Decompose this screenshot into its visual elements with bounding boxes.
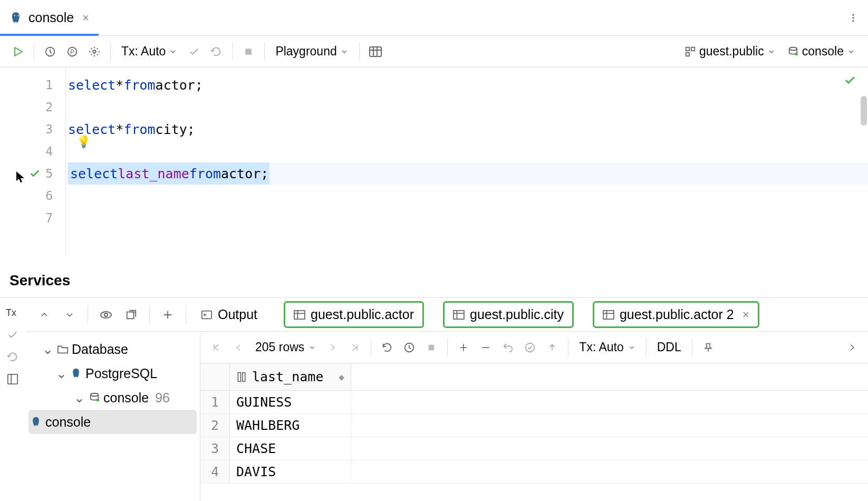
rownum-header (200, 363, 230, 390)
sort-icon[interactable]: ◆ (339, 371, 344, 382)
editor-tab-bar: console × (0, 0, 868, 36)
data-toolbar: 205 rows T (200, 332, 868, 363)
tree-node-postgres[interactable]: ⌄ PostgreSQL (25, 361, 200, 386)
row-count-select[interactable]: 205 rows (250, 340, 321, 354)
ddl-button[interactable]: DDL (652, 340, 687, 354)
settings-button[interactable] (84, 41, 105, 62)
history-button[interactable] (40, 41, 61, 62)
commit-rail-button[interactable] (3, 325, 22, 344)
playground-select[interactable]: Playground (270, 41, 353, 62)
chevron-down-icon (169, 47, 177, 56)
run-gutter-icon[interactable] (29, 168, 41, 179)
result-tab-city[interactable]: guest.public.city (443, 301, 574, 328)
add-row-button[interactable] (453, 337, 474, 358)
svg-point-17 (789, 47, 797, 50)
open-new-tab-button[interactable]: + (121, 304, 142, 325)
table-row[interactable]: 4 DAVIS (200, 460, 868, 484)
scrollbar-thumb[interactable] (861, 96, 867, 126)
data-grid-button[interactable] (365, 41, 386, 62)
analysis-ok-icon[interactable] (844, 74, 856, 86)
chevron-down-icon (767, 47, 776, 56)
table-icon (603, 310, 614, 320)
tree-count: 96 (155, 390, 170, 406)
cell-last-name[interactable]: GUINESS (230, 391, 351, 413)
result-tab-actor-2[interactable]: guest.public.actor 2 × (593, 301, 759, 328)
svg-point-40 (526, 343, 535, 352)
more-right-button[interactable] (842, 337, 863, 358)
output-label: Output (218, 307, 257, 322)
svg-text:P: P (70, 48, 74, 55)
add-button[interactable] (157, 304, 178, 325)
expand-up-button[interactable] (34, 304, 55, 325)
column-header-last-name[interactable]: last_name ◆ (230, 363, 351, 390)
code-line: select * from actor; (66, 74, 868, 96)
tx-rail-icon[interactable]: Tx (3, 303, 22, 322)
services-panel: Tx + (0, 297, 868, 501)
revert-button[interactable] (497, 337, 518, 358)
row-number: 3 (200, 437, 230, 460)
cell-last-name[interactable]: DAVIS (230, 460, 351, 483)
tx-data-select[interactable]: Tx: Auto (574, 340, 640, 354)
show-button[interactable] (95, 304, 117, 325)
code-line (66, 207, 868, 229)
next-page-button[interactable] (322, 337, 343, 358)
submit-button[interactable] (519, 337, 541, 358)
table-header: last_name ◆ (200, 363, 868, 391)
services-main: + Output guest.public.actor guest.public… (25, 298, 868, 501)
tree-node-console-session[interactable]: ⌄ console 96 (25, 386, 200, 410)
rollback-button[interactable] (206, 41, 227, 62)
stop-button[interactable] (238, 41, 259, 62)
kebab-menu-icon[interactable] (848, 13, 859, 23)
close-icon[interactable]: × (82, 11, 89, 25)
svg-text:+: + (132, 309, 136, 315)
schema-select[interactable]: guest.public (679, 41, 781, 62)
table-row[interactable]: 2 WAHLBERG (200, 414, 868, 437)
tree-node-console-leaf[interactable]: console (28, 410, 197, 434)
session-icon (787, 46, 799, 57)
export-button[interactable] (542, 337, 563, 358)
first-page-button[interactable] (206, 337, 227, 358)
tx-mode-select[interactable]: Tx: Auto (116, 41, 182, 62)
svg-rect-42 (243, 372, 245, 381)
explain-plan-button[interactable]: P (62, 41, 83, 62)
session-icon (89, 392, 100, 403)
sql-editor[interactable]: 1 2 3 4 5 6 7 select * from actor; selec… (0, 68, 868, 257)
svg-rect-9 (246, 49, 252, 55)
rollback-rail-button[interactable] (3, 348, 22, 367)
commit-button[interactable] (184, 41, 205, 62)
session-select[interactable]: console (782, 41, 861, 62)
auto-refresh-button[interactable] (399, 337, 420, 358)
stop-data-button[interactable] (421, 337, 442, 358)
table-row[interactable]: 3 CHASE (200, 437, 868, 460)
layout-rail-button[interactable] (3, 370, 22, 389)
run-button[interactable] (7, 41, 28, 62)
reload-button[interactable] (377, 337, 398, 358)
tree-node-database[interactable]: ⌄ Database (25, 337, 200, 361)
code-area[interactable]: select * from actor; select * from city;… (66, 68, 868, 257)
close-icon[interactable]: × (742, 308, 749, 322)
table-row[interactable]: 1 GUINESS (200, 391, 868, 414)
result-tab-actor[interactable]: guest.public.actor (284, 301, 424, 328)
tab-console[interactable]: console × (0, 0, 99, 35)
data-table: last_name ◆ 1 GUINESS 2 WAHLBERG 3 (200, 363, 868, 484)
chevron-down-icon (340, 47, 349, 56)
svg-point-18 (795, 52, 798, 55)
tab-label: console (28, 10, 74, 25)
cell-last-name[interactable]: CHASE (230, 437, 351, 460)
services-title: Services (0, 257, 868, 297)
output-tab[interactable]: Output (194, 307, 265, 322)
pin-button[interactable] (698, 337, 719, 358)
row-number: 4 (200, 460, 230, 483)
tree-label: console (103, 390, 149, 406)
svg-rect-39 (429, 344, 435, 350)
prev-page-button[interactable] (228, 337, 249, 358)
last-page-button[interactable] (344, 337, 365, 358)
code-line-highlighted: select last_name from actor; (66, 162, 868, 185)
result-tab-label: guest.public.actor (311, 307, 414, 322)
line-number: 5 (45, 167, 53, 180)
collapse-down-button[interactable] (59, 304, 80, 325)
remove-row-button[interactable] (475, 337, 496, 358)
svg-rect-16 (686, 52, 689, 55)
cell-last-name[interactable]: WAHLBERG (230, 414, 351, 437)
intention-bulb-icon[interactable]: 💡 (76, 135, 91, 148)
